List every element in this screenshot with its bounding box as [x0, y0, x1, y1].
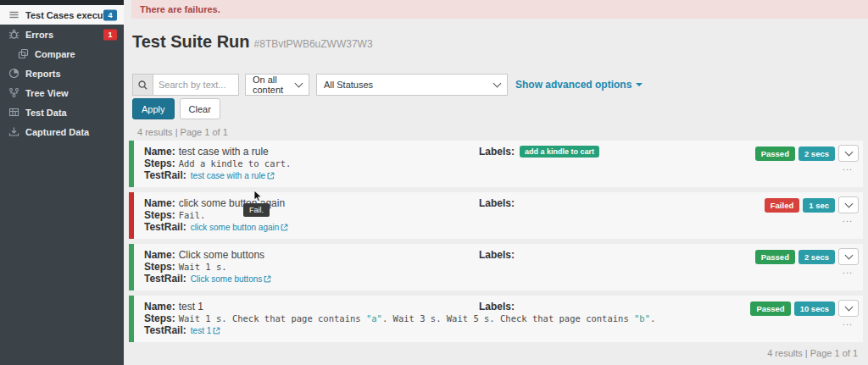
results-list: Name:test case with a ruleSteps:Add a ki… [129, 141, 863, 342]
expand-row-button[interactable] [838, 145, 859, 162]
testrail-label: TestRail: [144, 169, 186, 181]
steps-segment: Fail. [179, 210, 206, 220]
show-advanced-options-link[interactable]: Show advanced options [515, 79, 643, 91]
testrail-label: TestRail: [144, 273, 186, 285]
test-name: test case with a rule [179, 146, 269, 158]
status-filter-value: All Statuses [324, 80, 373, 90]
steps-text: Wait 1 s. [179, 262, 227, 272]
labels-label: Labels: [479, 249, 515, 261]
steps-segment: "a" [366, 313, 382, 324]
search-input[interactable] [153, 74, 239, 96]
filter-actions: Apply Clear [132, 98, 868, 119]
search-button[interactable] [132, 74, 153, 96]
labels-label: Labels: [479, 197, 515, 209]
steps-label: Steps: [144, 312, 175, 324]
row-more-ellipsis: ... [843, 214, 853, 224]
results-summary-top: 4 results | Page 1 of 1 [137, 127, 868, 137]
steps-label: Steps: [144, 158, 175, 169]
sidebar-item-test-cases-executed[interactable]: Test Cases executed4 [0, 5, 124, 25]
chevron-down-icon [844, 200, 853, 208]
sidebar-count-badge: 4 [103, 9, 117, 20]
compare-icon [18, 48, 29, 59]
sidebar-item-label: Compare [35, 49, 75, 59]
row-more-ellipsis: ... [843, 318, 853, 327]
external-link-icon [264, 275, 271, 283]
test-result-row: Name:test 1Steps:Wait 1 s. Check that pa… [129, 296, 863, 342]
steps-label: Steps: [144, 261, 175, 273]
expand-row-button[interactable] [838, 300, 859, 317]
fail-tooltip: Fail. [243, 203, 270, 217]
duration-badge: 2 secs [798, 147, 835, 161]
sidebar-item-errors[interactable]: Errors1 [0, 25, 124, 44]
name-label: Name: [144, 301, 175, 312]
results-summary-bottom: 4 results | Page 1 of 1 [124, 348, 858, 358]
search-scope-value: On all content [253, 75, 296, 95]
chevron-down-icon [493, 80, 502, 88]
sidebar-item-reports[interactable]: Reports [0, 64, 124, 83]
sidebar-item-compare[interactable]: Compare [0, 44, 124, 64]
steps-text: Fail. [179, 210, 206, 220]
sidebar-items: Test Cases executed4Errors1CompareReport… [0, 5, 124, 141]
row-more-ellipsis: ... [843, 163, 853, 172]
testrail-link[interactable]: test case with a rule [191, 171, 275, 180]
testrail-link[interactable]: click some button again [191, 223, 289, 232]
sidebar-item-tree-view[interactable]: Tree View [0, 83, 124, 102]
testrail-label: TestRail: [144, 324, 186, 336]
test-result-row: Name:test case with a ruleSteps:Add a ki… [129, 141, 863, 187]
clear-button[interactable]: Clear [180, 98, 220, 119]
row-more-ellipsis: ... [843, 266, 853, 275]
external-link-icon [213, 327, 220, 335]
steps-segment: Wait 1 s. [179, 262, 227, 272]
external-link-icon [281, 224, 288, 231]
testrail-link[interactable]: Click some buttons [191, 274, 271, 284]
sidebar: Test Cases executed4Errors1CompareReport… [0, 0, 124, 365]
testrail-link[interactable]: test 1 [191, 326, 220, 335]
sidebar-item-label: Errors [25, 30, 53, 40]
chevron-down-icon [295, 80, 303, 88]
steps-text: Add a kindle to cart. [179, 158, 292, 169]
expand-row-button[interactable] [838, 248, 859, 265]
test-name: test 1 [179, 301, 203, 312]
page-title: Test Suite Run [132, 32, 250, 51]
test-name: Click some buttons [179, 249, 264, 261]
duration-badge: 2 secs [798, 250, 835, 264]
filter-bar: On all content All Statuses Show advance… [132, 74, 868, 96]
sidebar-item-label: Reports [25, 69, 61, 79]
sidebar-item-label: Captured Data [25, 127, 89, 137]
chevron-down-icon [844, 148, 853, 157]
chevron-down-icon [844, 303, 853, 312]
sidebar-item-label: Test Data [25, 108, 67, 118]
external-link-icon [267, 172, 275, 180]
caret-down-icon [636, 83, 643, 86]
duration-badge: 10 secs [794, 301, 835, 316]
expand-row-button[interactable] [838, 196, 859, 213]
steps-segment: Wait 1 s. Check that page contains [179, 313, 366, 324]
steps-label: Steps: [144, 209, 175, 221]
sidebar-item-label: Tree View [25, 88, 69, 98]
search-scope-select[interactable]: On all content [245, 74, 309, 96]
name-label: Name: [144, 146, 175, 158]
steps-text: Wait 1 s. Check that page contains "a". … [179, 313, 656, 324]
chevron-down-icon [844, 252, 853, 260]
bug-icon [8, 29, 19, 40]
main-content: There are failures. Test Suite Run#8TBvt… [124, 0, 868, 365]
status-filter-select[interactable]: All Statuses [316, 74, 508, 96]
pie-chart-icon [8, 68, 19, 79]
labels-label: Labels: [479, 301, 515, 312]
status-badge: Passed [755, 250, 795, 264]
sidebar-item-captured-data[interactable]: Captured Data [0, 122, 124, 141]
status-badge: Passed [755, 147, 795, 161]
failure-banner: There are failures. [131, 0, 868, 19]
test-result-row: Name:Click some buttonsSteps:Wait 1 s.Te… [129, 244, 863, 290]
menu-icon [8, 9, 19, 20]
label-badge[interactable]: add a kindle to cart [520, 146, 599, 158]
name-label: Name: [144, 249, 175, 261]
steps-segment: "b" [634, 313, 650, 324]
sidebar-item-test-data[interactable]: Test Data [0, 102, 124, 122]
page-title-bar: Test Suite Run#8TBvtPWB6uZWW37W3 [132, 32, 868, 52]
download-icon [8, 126, 19, 137]
status-badge: Passed [750, 301, 790, 316]
steps-segment: . Wait 3 s. Wait 5 s. Check that page co… [382, 313, 634, 324]
tree-view-icon [8, 87, 19, 98]
apply-button[interactable]: Apply [132, 98, 175, 119]
